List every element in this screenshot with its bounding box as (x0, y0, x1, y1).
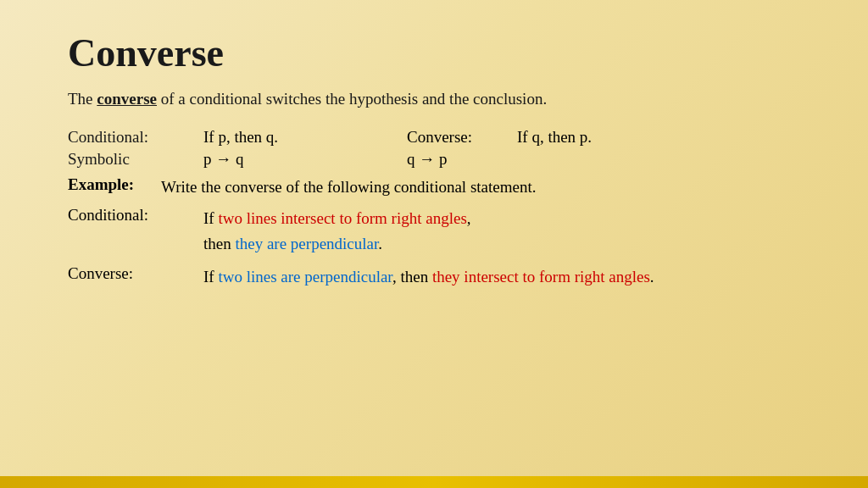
example-label: Example: (68, 175, 161, 194)
cond2-part2: , (467, 209, 471, 227)
example-content: Write the converse of the following cond… (161, 175, 800, 200)
converse-label: Converse: (407, 128, 517, 147)
conditional2-content: If two lines intersect to form right ang… (203, 206, 800, 258)
slide: Converse The converse of a conditional s… (0, 0, 868, 488)
symbolic-mid: p → q (203, 150, 407, 169)
conv2-part2: , then (392, 268, 432, 286)
intro-part1: The (68, 90, 97, 108)
converse2-label: Converse: (68, 264, 203, 283)
intro-text: The converse of a conditional switches t… (68, 87, 800, 111)
cond2-part1: If (203, 209, 218, 227)
bottom-bar (0, 476, 868, 488)
conv2-part3: . (650, 268, 654, 286)
conditional2-row: Conditional: If two lines intersect to f… (68, 206, 800, 258)
example-row: Example: Write the converse of the follo… (68, 175, 800, 200)
converse2-content: If two lines are perpendicular, then the… (203, 264, 800, 290)
symbolic-right: q → p (407, 150, 800, 169)
cond2-hyp-red: two lines intersect to form right angles (218, 209, 466, 227)
intro-part2: of a conditional switches the hypothesis… (157, 90, 547, 108)
symbolic-row: Symbolic p → q q → p (68, 150, 800, 169)
conditional-row: Conditional: If p, then q. Converse: If … (68, 128, 800, 147)
converse2-row: Converse: If two lines are perpendicular… (68, 264, 800, 290)
intro-keyword: converse (97, 90, 157, 108)
conv2-part1: If (203, 268, 218, 286)
conv2-hyp-blue: two lines are perpendicular (218, 268, 392, 286)
conv2-conc-red: they intersect to form right angles (432, 268, 650, 286)
conditional2-label: Conditional: (68, 206, 203, 225)
conditional-label: Conditional: (68, 128, 203, 147)
symbolic-label: Symbolic (68, 150, 203, 169)
conditional-mid: If p, then q. (203, 128, 407, 147)
converse-val: If q, then p. (517, 128, 800, 147)
cond2-part3: then (203, 235, 235, 252)
cond2-part4: . (378, 235, 382, 252)
cond2-conc-blue: they are perpendicular (235, 235, 378, 252)
slide-title: Converse (68, 30, 800, 75)
